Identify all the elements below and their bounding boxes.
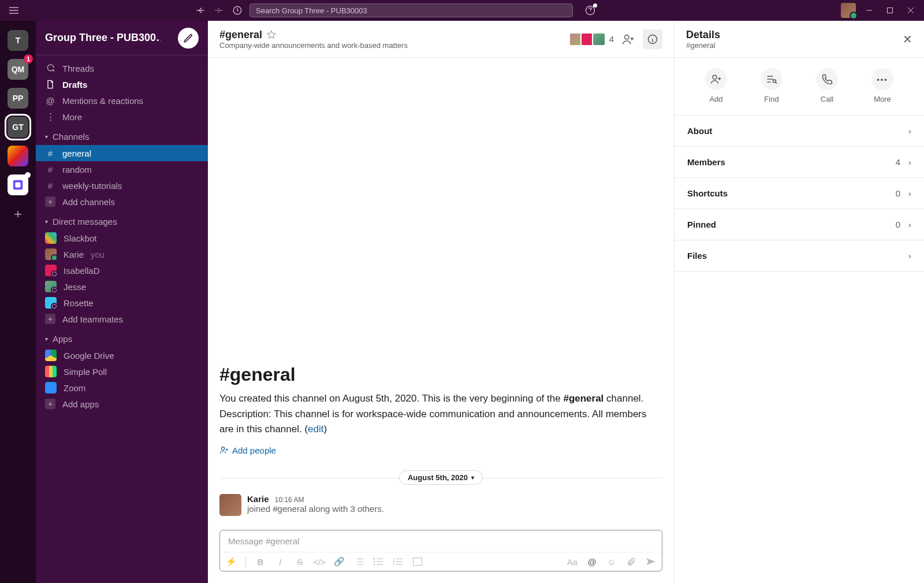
details-row-members[interactable]: Members 4› — [675, 147, 924, 178]
app-item[interactable]: Google Drive — [36, 347, 208, 363]
channel-topic[interactable]: Company-wide announcements and work-base… — [219, 41, 408, 50]
strikethrough-icon[interactable]: S — [295, 557, 305, 567]
window-maximize-icon[interactable] — [886, 6, 894, 14]
simple-poll-icon — [45, 366, 57, 377]
link-icon[interactable]: 🔗 — [334, 556, 344, 567]
nav-drafts[interactable]: Drafts — [36, 76, 208, 92]
nav-more[interactable]: ⋮ More — [36, 109, 208, 125]
details-action-add[interactable]: Add — [705, 68, 727, 103]
message-user[interactable]: Karie — [247, 494, 269, 504]
search-input[interactable]: Search Group Three - PUB30003 — [249, 3, 573, 17]
hash-icon: # — [45, 148, 55, 158]
date-divider-pill[interactable]: August 5th, 2020 ▾ — [399, 470, 483, 485]
workspace-tile-selected[interactable]: GT — [8, 117, 28, 138]
details-row-pinned[interactable]: Pinned 0› — [675, 209, 924, 240]
channel-info-button[interactable] — [643, 29, 662, 49]
avatar — [45, 265, 57, 276]
member-avatars[interactable] — [571, 32, 606, 46]
window-minimize-icon[interactable] — [865, 6, 873, 14]
compose-button[interactable] — [178, 28, 199, 49]
channel-item[interactable]: # random — [36, 161, 208, 177]
app-item[interactable]: Simple Poll — [36, 363, 208, 380]
dm-item[interactable]: Rosette — [36, 295, 208, 311]
section-direct-messages[interactable]: ▾ Direct messages — [36, 213, 208, 230]
bold-icon[interactable]: B — [255, 557, 266, 567]
dm-item[interactable]: Jesse — [36, 278, 208, 295]
chevron-down-icon: ▾ — [471, 474, 474, 481]
add-people-link[interactable]: Add people — [219, 445, 276, 455]
workspace-tile-app[interactable] — [8, 146, 28, 166]
message-timestamp[interactable]: 10:16 AM — [275, 496, 304, 504]
workspace-name[interactable]: Group Three - PUB300… ▾ — [45, 32, 161, 44]
help-icon[interactable] — [584, 5, 596, 16]
nav-mentions[interactable]: @ Mentions & reactions — [36, 92, 208, 109]
composer-input[interactable]: Message #general — [220, 530, 662, 552]
message-avatar[interactable] — [219, 494, 241, 516]
date-label: August 5th, 2020 — [408, 473, 468, 482]
details-action-find[interactable]: Find — [761, 68, 783, 103]
avatar — [45, 297, 57, 309]
row-count: 0 — [896, 188, 900, 198]
add-apps-button[interactable]: + Add apps — [36, 396, 208, 412]
nav-threads[interactable]: Threads — [36, 60, 208, 76]
app-item[interactable]: Zoom — [36, 380, 208, 396]
edit-description-link[interactable]: edit — [308, 424, 323, 435]
nav-label: Mentions & reactions — [62, 96, 143, 106]
mention-icon[interactable]: @ — [587, 557, 597, 567]
workspace-tile[interactable]: T — [8, 30, 28, 51]
details-row-shortcuts[interactable]: Shortcuts 0› — [675, 178, 924, 209]
more-vertical-icon: ⋮ — [45, 112, 55, 122]
forward-icon[interactable] — [214, 5, 224, 16]
star-icon[interactable] — [267, 30, 276, 39]
format-icon[interactable]: Aa — [567, 557, 578, 567]
back-icon[interactable] — [195, 5, 206, 16]
add-teammates-button[interactable]: + Add teammates — [36, 311, 208, 327]
blockquote-icon[interactable] — [393, 558, 403, 566]
section-apps[interactable]: ▾ Apps — [36, 331, 208, 347]
shortcuts-icon[interactable]: ⚡ — [226, 556, 236, 567]
svg-point-5 — [625, 35, 629, 39]
add-channels-button[interactable]: + Add channels — [36, 194, 208, 210]
action-label: Call — [821, 95, 833, 103]
dm-item[interactable]: Slackbot — [36, 230, 208, 246]
add-person-icon[interactable] — [622, 33, 635, 46]
dm-item[interactable]: IsabellaD — [36, 262, 208, 278]
send-icon[interactable] — [646, 557, 656, 566]
channel-item-general[interactable]: # general — [36, 145, 208, 161]
caret-down-icon: ▾ — [45, 133, 48, 140]
emoji-icon[interactable]: ☺ — [606, 557, 617, 567]
italic-icon[interactable]: I — [275, 557, 285, 567]
ordered-list-icon[interactable] — [353, 558, 364, 566]
window-close-icon[interactable] — [907, 6, 915, 14]
details-row-files[interactable]: Files › — [675, 240, 924, 272]
dm-item-self[interactable]: Karie you — [36, 246, 208, 262]
channel-item[interactable]: # weekly-tutorials — [36, 177, 208, 194]
details-panel: Details #general ✕ Add Find — [675, 21, 924, 583]
sidebar: Group Three - PUB300… ▾ Threads Drafts @ — [36, 21, 208, 583]
workspace-tile-app[interactable] — [8, 174, 28, 195]
channel-title[interactable]: #general — [219, 29, 262, 41]
section-label: Direct messages — [53, 217, 117, 226]
message-text: joined #general along with 3 others. — [247, 504, 384, 514]
svg-rect-2 — [888, 8, 893, 13]
details-action-more[interactable]: ••• More — [871, 68, 893, 103]
attach-icon[interactable] — [626, 557, 636, 566]
hamburger-icon[interactable] — [9, 7, 18, 14]
user-avatar[interactable] — [841, 3, 856, 18]
row-label: About — [687, 126, 712, 136]
close-details-icon[interactable]: ✕ — [903, 32, 912, 46]
message[interactable]: Karie 10:16 AM joined #general along wit… — [219, 492, 662, 518]
history-icon[interactable] — [232, 5, 243, 16]
workspace-tile[interactable]: QM 1 — [8, 59, 28, 80]
bullet-list-icon[interactable] — [373, 558, 383, 566]
code-block-icon[interactable] — [412, 558, 423, 566]
details-row-about[interactable]: About › — [675, 116, 924, 147]
details-action-call[interactable]: Call — [816, 68, 838, 103]
add-label: Add channels — [62, 197, 115, 207]
message-composer[interactable]: Message #general ⚡ B I S </> 🔗 — [219, 530, 662, 571]
add-workspace-button[interactable]: ＋ — [8, 203, 28, 224]
section-channels[interactable]: ▾ Channels — [36, 128, 208, 145]
code-icon[interactable]: </> — [314, 557, 325, 567]
workspace-tile[interactable]: PP — [8, 88, 28, 109]
app-label: Zoom — [64, 383, 85, 393]
